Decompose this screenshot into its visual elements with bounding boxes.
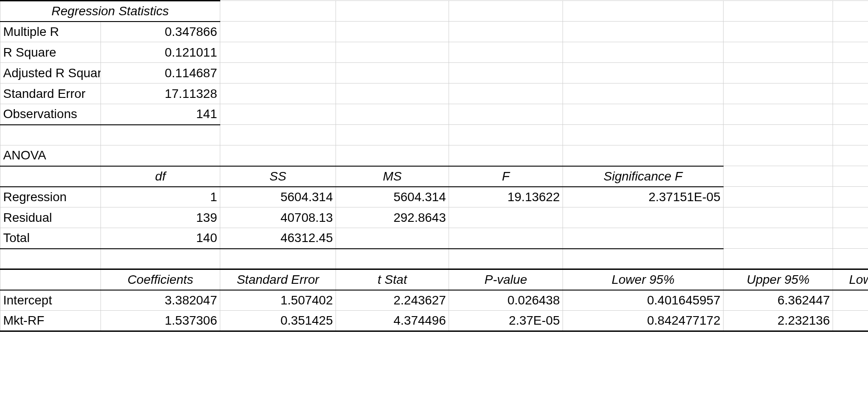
coef-header-coef: Coefficients <box>101 269 220 290</box>
blank-row <box>0 125 868 145</box>
coef-intercept-upper95: 6.362447 <box>724 290 833 311</box>
coef-mktrf-pvalue: 2.37E-05 <box>449 311 563 331</box>
anova-total-row: Total 140 46312.45 <box>0 228 868 249</box>
multiple-r-label: Multiple R <box>0 22 101 42</box>
coef-intercept-stderr: 1.507402 <box>220 290 336 311</box>
anova-header-sigf: Significance F <box>563 166 724 187</box>
anova-title: ANOVA <box>0 145 101 166</box>
adj-r-square-row: Adjusted R Square 0.114687 <box>0 63 868 84</box>
coef-mktrf-row: Mkt-RF 1.537306 0.351425 4.374496 2.37E-… <box>0 311 868 331</box>
std-error-label: Standard Error <box>0 84 101 104</box>
adj-r-square-label: Adjusted R Square <box>0 63 101 84</box>
coef-header-stderr: Standard Error <box>220 269 336 290</box>
reg-stats-title-row: Regression Statistics <box>0 1 868 22</box>
multiple-r-row: Multiple R 0.347866 <box>0 22 868 42</box>
anova-total-df: 140 <box>101 228 220 249</box>
coef-intercept-tstat: 2.243627 <box>336 290 449 311</box>
coef-intercept-label: Intercept <box>0 290 101 311</box>
anova-total-ss: 46312.45 <box>220 228 336 249</box>
anova-total-label: Total <box>0 228 101 249</box>
multiple-r-value: 0.347866 <box>101 22 220 42</box>
coef-mktrf-coef: 1.537306 <box>101 311 220 331</box>
observations-value: 141 <box>101 104 220 125</box>
coef-intercept-lower95: 0.401645957 <box>563 290 724 311</box>
anova-title-row: ANOVA <box>0 145 868 166</box>
anova-header-df: df <box>101 166 220 187</box>
coef-intercept-coef: 3.382047 <box>101 290 220 311</box>
anova-residual-ms: 292.8643 <box>336 207 449 228</box>
coef-intercept-row: Intercept 3.382047 1.507402 2.243627 0.0… <box>0 290 868 311</box>
anova-residual-ss: 40708.13 <box>220 207 336 228</box>
coef-header-lower95: Lower 95% <box>563 269 724 290</box>
coef-header-pvalue: P-value <box>449 269 563 290</box>
adj-r-square-value: 0.114687 <box>101 63 220 84</box>
observations-row: Observations 141 <box>0 104 868 125</box>
coef-mktrf-lower95: 0.842477172 <box>563 311 724 331</box>
std-error-value: 17.11328 <box>101 84 220 104</box>
anova-residual-label: Residual <box>0 207 101 228</box>
anova-regression-df: 1 <box>101 187 220 207</box>
r-square-value: 0.121011 <box>101 42 220 63</box>
anova-regression-ss: 5604.314 <box>220 187 336 207</box>
r-square-row: R Square 0.121011 <box>0 42 868 63</box>
coef-header-lower95b: Lower 95.0% <box>833 269 868 290</box>
reg-stats-title: Regression Statistics <box>0 1 220 22</box>
anova-residual-df: 139 <box>101 207 220 228</box>
anova-header-row: df SS MS F Significance F <box>0 166 868 187</box>
anova-regression-f: 19.13622 <box>449 187 563 207</box>
r-square-label: R Square <box>0 42 101 63</box>
anova-residual-row: Residual 139 40708.13 292.8643 <box>0 207 868 228</box>
anova-regression-row: Regression 1 5604.314 5604.314 19.13622 … <box>0 187 868 207</box>
anova-header-ss: SS <box>220 166 336 187</box>
coef-header-upper95: Upper 95% <box>724 269 833 290</box>
anova-header-ms: MS <box>336 166 449 187</box>
coef-intercept-pvalue: 0.026438 <box>449 290 563 311</box>
coef-mktrf-upper95: 2.232136 <box>724 311 833 331</box>
anova-regression-sigf: 2.37151E-05 <box>563 187 724 207</box>
anova-header-f: F <box>449 166 563 187</box>
coef-header-tstat: t Stat <box>336 269 449 290</box>
blank-row <box>0 249 868 269</box>
coef-mktrf-tstat: 4.374496 <box>336 311 449 331</box>
coef-mktrf-stderr: 0.351425 <box>220 311 336 331</box>
coef-mktrf-lower95b: 0.842477 <box>833 311 868 331</box>
anova-regression-label: Regression <box>0 187 101 207</box>
regression-output-table: Regression Statistics Multiple R 0.34786… <box>0 0 868 332</box>
coef-header-row: Coefficients Standard Error t Stat P-val… <box>0 269 868 290</box>
anova-regression-ms: 5604.314 <box>336 187 449 207</box>
observations-label: Observations <box>0 104 101 125</box>
coef-intercept-lower95b: 0.401646 <box>833 290 868 311</box>
std-error-row: Standard Error 17.11328 <box>0 84 868 104</box>
coef-mktrf-label: Mkt-RF <box>0 311 101 331</box>
